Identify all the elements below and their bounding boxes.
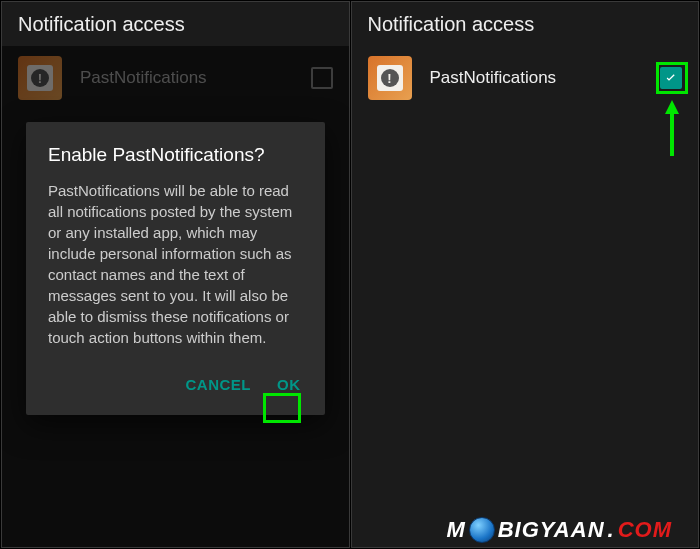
dialog-body: PastNotifications will be able to read a… <box>48 180 303 348</box>
screenshot-right: Notification access ! PastNotifications <box>351 1 700 548</box>
app-icon: ! <box>368 56 412 100</box>
screenshot-left: Notification access ! PastNotifications … <box>1 1 350 548</box>
dialog-title: Enable PastNotifications? <box>48 144 303 166</box>
checkbox-checked[interactable] <box>660 67 682 89</box>
dialog-actions: CANCEL OK <box>48 366 303 405</box>
confirm-dialog: Enable PastNotifications? PastNotificati… <box>26 122 325 415</box>
page-title: Notification access <box>2 2 349 46</box>
ok-button[interactable]: OK <box>275 370 303 399</box>
app-row-pastnotifications[interactable]: ! PastNotifications <box>352 46 699 110</box>
cancel-button[interactable]: CANCEL <box>184 370 254 399</box>
app-label: PastNotifications <box>430 68 661 88</box>
page-title: Notification access <box>352 2 699 46</box>
